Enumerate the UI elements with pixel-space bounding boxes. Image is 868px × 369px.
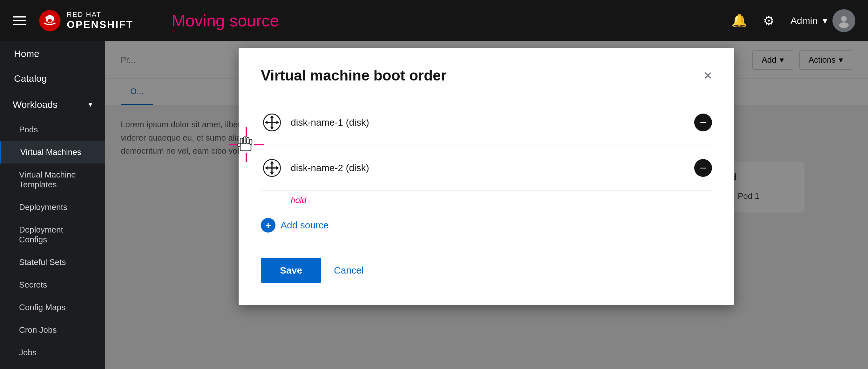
svg-point-2 xyxy=(841,16,847,22)
sidebar-item-home[interactable]: Home xyxy=(0,41,105,66)
modal-footer: Save Cancel xyxy=(261,258,712,283)
svg-point-3 xyxy=(839,22,848,28)
hold-label: hold xyxy=(291,195,306,205)
sidebar-item-deployment-configs[interactable]: Deployment Configs xyxy=(0,219,105,251)
svg-marker-17 xyxy=(276,166,279,170)
user-label: Admin xyxy=(790,15,817,26)
drag-icon-1 xyxy=(263,114,281,132)
chevron-down-icon: ▾ xyxy=(823,15,827,26)
sidebar-item-jobs[interactable]: Jobs xyxy=(0,341,105,364)
sidebar-item-secrets[interactable]: Secrets xyxy=(0,274,105,296)
modal-title: Virtual machine boot order xyxy=(261,67,446,84)
sidebar-item-virtual-machine-templates[interactable]: Virtual Machine Templates xyxy=(0,164,105,196)
boot-item-1: disk-name-1 (disk) − xyxy=(261,100,712,145)
settings-icon[interactable]: ⚙ xyxy=(763,13,775,28)
sidebar-item-stateful-sets[interactable]: Stateful Sets xyxy=(0,251,105,274)
boot-order-modal: Virtual machine boot order × xyxy=(239,48,734,305)
svg-marker-16 xyxy=(265,166,268,170)
svg-point-1 xyxy=(48,19,52,23)
sidebar-item-cron-jobs[interactable]: Cron Jobs xyxy=(0,319,105,341)
remove-boot-item-1-button[interactable]: − xyxy=(694,114,712,132)
drag-handle-2[interactable] xyxy=(261,157,283,179)
sidebar-item-deployments[interactable]: Deployments xyxy=(0,196,105,219)
svg-marker-10 xyxy=(276,120,279,124)
user-menu[interactable]: Admin ▾ xyxy=(790,9,855,32)
sidebar-item-pods[interactable]: Pods xyxy=(0,118,105,141)
remove-boot-item-2-button[interactable]: − xyxy=(694,159,712,177)
svg-marker-14 xyxy=(270,161,274,164)
cancel-button[interactable]: Cancel xyxy=(334,265,364,276)
user-avatar xyxy=(832,9,855,32)
drag-icon-2 xyxy=(263,159,281,177)
page-title: Moving source xyxy=(172,11,732,30)
modal-header: Virtual machine boot order × xyxy=(261,67,712,84)
add-source-icon: + xyxy=(261,218,275,232)
svg-marker-9 xyxy=(265,120,268,124)
main-layout: Home Catalog Workloads ▾ Pods Virtual Ma… xyxy=(0,41,868,369)
modal-overlay: Virtual machine boot order × xyxy=(105,41,868,369)
boot-items-list: disk-name-1 (disk) − xyxy=(261,100,712,205)
sidebar-item-daemon-sets[interactable]: Daemon Sets xyxy=(0,364,105,369)
notification-icon[interactable]: 🔔 xyxy=(732,13,747,28)
save-button[interactable]: Save xyxy=(261,258,321,283)
add-source-row[interactable]: + Add source xyxy=(261,218,712,232)
hold-label-area: hold xyxy=(261,191,712,205)
svg-marker-7 xyxy=(270,115,274,118)
sidebar-item-catalog[interactable]: Catalog xyxy=(0,66,105,91)
brand-logo-area: RED HAT OPENSHIFT xyxy=(39,9,133,32)
add-source-label: Add source xyxy=(281,220,329,231)
chevron-down-icon: ▾ xyxy=(89,101,92,109)
top-navigation: RED HAT OPENSHIFT Moving source 🔔 ⚙ Admi… xyxy=(0,0,868,41)
sidebar: Home Catalog Workloads ▾ Pods Virtual Ma… xyxy=(0,41,105,369)
boot-item-label-1: disk-name-1 (disk) xyxy=(291,117,694,128)
redhat-logo-icon xyxy=(39,9,61,32)
sidebar-item-config-maps[interactable]: Config Maps xyxy=(0,296,105,319)
modal-close-button[interactable]: × xyxy=(704,68,712,82)
svg-marker-8 xyxy=(270,127,274,130)
topnav-actions: 🔔 ⚙ Admin ▾ xyxy=(732,9,855,32)
svg-marker-15 xyxy=(270,172,274,175)
brand-openshift-label: OPENSHIFT xyxy=(67,19,133,31)
drag-handle-1[interactable] xyxy=(261,111,283,134)
boot-item-2: disk-name-2 (disk) − xyxy=(261,145,712,191)
sidebar-item-virtual-machines[interactable]: Virtual Machines xyxy=(0,141,105,164)
sidebar-section-workloads[interactable]: Workloads ▾ xyxy=(0,91,105,118)
brand-redhat-label: RED HAT xyxy=(67,10,133,19)
hamburger-menu[interactable] xyxy=(13,16,26,25)
boot-item-label-2: disk-name-2 (disk) xyxy=(291,163,694,173)
content-area: Pr... Add ▾ Actions ▾ O... Lorem ipsum d… xyxy=(105,41,868,369)
brand-text: RED HAT OPENSHIFT xyxy=(67,10,133,31)
